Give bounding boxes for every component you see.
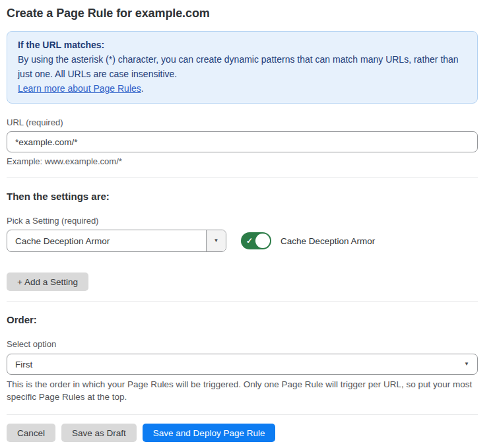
pick-setting-label: Pick a Setting (required)	[7, 216, 478, 226]
info-box-heading: If the URL matches:	[18, 38, 467, 52]
url-example-hint: Example: www.example.com/*	[7, 156, 478, 166]
divider	[7, 177, 478, 178]
page-title: Create a Page Rule for example.com	[7, 7, 478, 20]
learn-more-page-rules-link[interactable]: Learn more about Page Rules	[18, 83, 141, 94]
info-box-link-line: Learn more about Page Rules.	[18, 81, 467, 96]
settings-section-heading: Then the settings are:	[7, 191, 478, 202]
save-and-deploy-button[interactable]: Save and Deploy Page Rule	[143, 424, 276, 442]
info-link-period: .	[141, 83, 144, 94]
info-box-body: By using the asterisk (*) character, you…	[18, 52, 467, 81]
order-section-heading: Order:	[7, 314, 478, 325]
order-help-text: This is the order in which your Page Rul…	[7, 378, 478, 403]
save-as-draft-button[interactable]: Save as Draft	[61, 424, 137, 442]
order-select[interactable]: First ▼	[7, 354, 478, 375]
toggle-knob	[255, 234, 270, 248]
setting-dropdown-arrow-button[interactable]: ▼	[206, 230, 226, 251]
url-field-label: URL (required)	[7, 117, 478, 127]
cancel-button[interactable]: Cancel	[7, 424, 55, 442]
order-select-value: First	[15, 360, 464, 369]
setting-dropdown[interactable]: Cache Deception Armor ▼	[7, 230, 226, 252]
check-icon: ✓	[246, 236, 253, 245]
add-setting-button[interactable]: + Add a Setting	[7, 272, 88, 291]
setting-row: Cache Deception Armor ▼ ✓ Cache Deceptio…	[7, 230, 478, 252]
create-page-rule-form: Create a Page Rule for example.com If th…	[7, 0, 478, 442]
divider	[7, 414, 478, 415]
setting-toggle-switch[interactable]: ✓	[241, 232, 271, 249]
url-input[interactable]	[7, 131, 478, 152]
setting-toggle-label: Cache Deception Armor	[280, 236, 375, 246]
divider	[7, 301, 478, 302]
order-select-label: Select option	[7, 339, 478, 349]
footer-actions: Cancel Save as Draft Save and Deploy Pag…	[7, 424, 478, 442]
chevron-down-icon: ▼	[214, 238, 219, 243]
url-match-info-box: If the URL matches: By using the asteris…	[7, 31, 478, 104]
setting-dropdown-value: Cache Deception Armor	[7, 236, 206, 246]
chevron-down-icon: ▼	[464, 362, 469, 367]
